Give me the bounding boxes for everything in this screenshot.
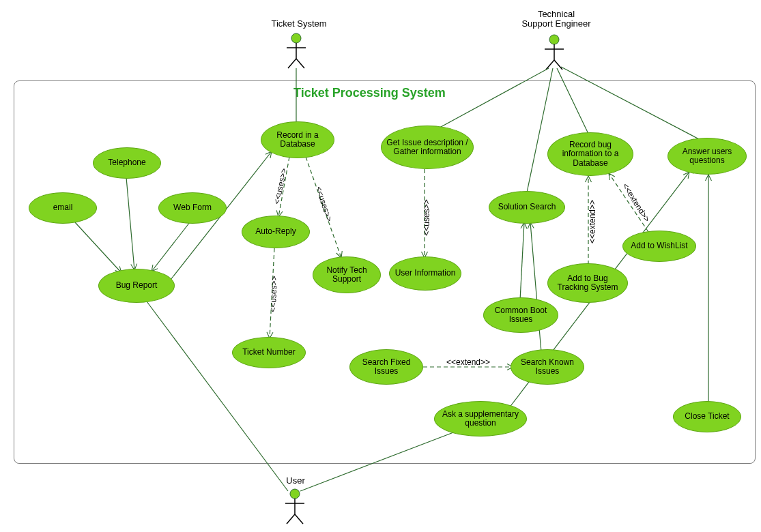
usecase-auto-reply-label: Auto-Reply <box>255 227 296 236</box>
actor-tech-engineer-label: Technical Support Engineer <box>515 10 597 29</box>
usecase-record-db: Record in a Database <box>261 121 334 158</box>
actor-user-label: User <box>278 476 313 486</box>
tech-engineer-line2: Support Engineer <box>521 18 590 29</box>
actor-user-icon <box>285 489 304 524</box>
svg-line-3 <box>288 59 296 68</box>
usecase-answer-users-label: Answer users questions <box>671 147 743 165</box>
actor-tech-engineer-icon <box>545 35 564 70</box>
svg-line-13 <box>287 514 295 524</box>
usecase-ask-supp: Ask a supplementary question <box>434 401 527 437</box>
stereo-extend-bugtrack-recordbug: <<extend>> <box>588 200 597 243</box>
usecase-notify-tech-label: Notify Tech Support <box>316 266 377 284</box>
svg-line-8 <box>546 60 554 70</box>
usecase-common-boot-label: Common Boot Issues <box>487 306 555 324</box>
usecase-email: email <box>29 192 97 224</box>
usecase-record-db-label: Record in a Database <box>264 131 331 149</box>
usecase-add-wishlist: Add to WishList <box>622 231 696 262</box>
usecase-search-known-label: Search Known Issues <box>514 358 581 376</box>
svg-line-14 <box>295 514 303 524</box>
usecase-telephone-label: Telephone <box>108 158 145 167</box>
usecase-add-bugtrack: Add to Bug Tracking System <box>547 263 628 303</box>
actor-ticket-system-label: Ticket System <box>265 19 333 29</box>
usecase-search-fixed: Search Fixed Issues <box>349 349 423 385</box>
usecase-search-known: Search Known Issues <box>511 349 584 385</box>
usecase-telephone: Telephone <box>93 147 161 179</box>
usecase-notify-tech: Notify Tech Support <box>313 256 381 293</box>
usecase-webform-label: Web Form <box>173 203 212 212</box>
usecase-webform: Web Form <box>158 192 227 224</box>
usecase-get-issue: Get Issue description / Gather informati… <box>381 125 474 169</box>
usecase-get-issue-label: Get Issue description / Gather informati… <box>384 138 470 156</box>
usecase-email-label: email <box>53 203 73 212</box>
usecase-record-bug: Record bug information to a Database <box>547 132 633 176</box>
usecase-common-boot: Common Boot Issues <box>483 297 558 333</box>
usecase-user-info: User Information <box>389 256 461 291</box>
usecase-record-bug-label: Record bug information to a Database <box>551 141 630 168</box>
usecase-auto-reply: Auto-Reply <box>242 216 310 248</box>
svg-point-0 <box>291 33 301 43</box>
usecase-user-info-label: User Information <box>395 269 456 278</box>
usecase-ask-supp-label: Ask a supplementary question <box>437 410 523 428</box>
usecase-close-ticket: Close Ticket <box>673 401 741 432</box>
usecase-add-wishlist-label: Add to WishList <box>631 241 687 250</box>
svg-line-9 <box>554 60 562 70</box>
diagram-canvas: Ticket Processing System Ticket System T… <box>0 0 761 532</box>
usecase-solution-search: Solution Search <box>489 191 565 224</box>
usecase-answer-users: Answer users questions <box>667 138 747 175</box>
stereo-uses-autoreply-ticketnum: <<uses>> <box>268 276 279 312</box>
svg-point-10 <box>290 489 300 499</box>
tech-engineer-line1: Technical <box>538 9 575 19</box>
usecase-add-bugtrack-label: Add to Bug Tracking System <box>551 274 624 292</box>
usecase-ticket-number: Ticket Number <box>232 337 306 368</box>
usecase-close-ticket-label: Close Ticket <box>685 412 729 421</box>
usecase-bug-report: Bug Report <box>98 269 175 303</box>
usecase-search-fixed-label: Search Fixed Issues <box>353 358 420 376</box>
svg-line-4 <box>296 59 304 68</box>
stereo-extend-fixed-known: <<extend>> <box>446 357 490 367</box>
usecase-bug-report-label: Bug Report <box>116 281 158 290</box>
boundary-title: Ticket Processing System <box>293 86 446 100</box>
stereo-uses-getissue-userinfo: <<uses>> <box>422 199 431 235</box>
usecase-ticket-number-label: Ticket Number <box>242 348 296 357</box>
svg-point-5 <box>549 35 559 44</box>
actor-ticket-system-icon <box>287 33 306 68</box>
usecase-solution-search-label: Solution Search <box>498 203 556 211</box>
